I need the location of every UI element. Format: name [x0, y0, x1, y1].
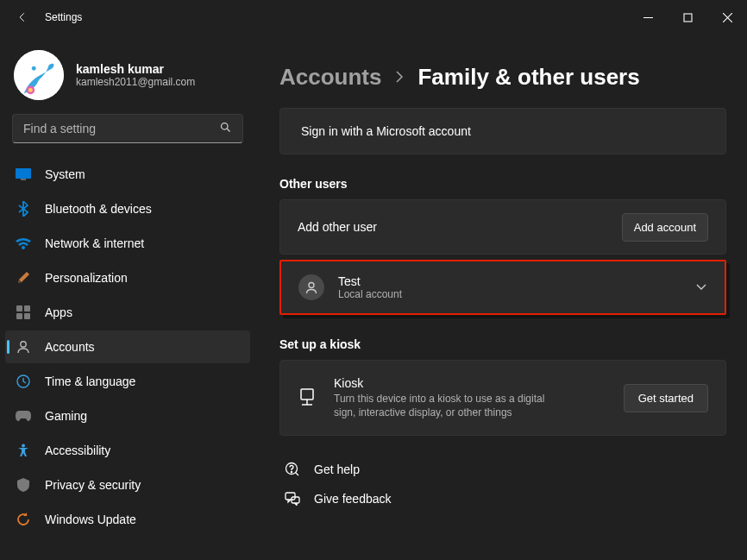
get-help-link[interactable]: Get help	[285, 462, 721, 477]
svg-point-4	[14, 50, 64, 100]
search-input[interactable]	[23, 122, 219, 135]
give-feedback-link[interactable]: Give feedback	[285, 491, 721, 507]
section-title-other-users: Other users	[279, 177, 726, 191]
profile-block[interactable]: kamlesh kumar kamlesh2011@gmail.com	[5, 43, 250, 114]
gaming-icon	[16, 408, 31, 424]
footer-links: Get help Give feedback	[279, 441, 726, 527]
time-icon	[16, 374, 31, 389]
back-button[interactable]	[16, 10, 29, 24]
svg-rect-21	[301, 389, 313, 400]
nav-list: System Bluetooth & devices Network & int…	[5, 154, 250, 540]
svg-rect-14	[24, 305, 30, 311]
nav-label: Personalization	[45, 271, 128, 285]
svg-point-12	[22, 246, 25, 249]
kiosk-card: Kiosk Turn this device into a kiosk to u…	[279, 360, 726, 436]
kiosk-title: Kiosk	[334, 376, 606, 390]
other-user-row-test[interactable]: Test Local account	[279, 260, 726, 315]
svg-rect-16	[24, 313, 30, 319]
breadcrumb-current: Family & other users	[417, 64, 639, 91]
feedback-icon	[285, 491, 300, 507]
nav-label: System	[45, 167, 85, 181]
update-icon	[16, 512, 31, 527]
avatar	[14, 50, 64, 100]
system-icon	[16, 167, 31, 182]
nav-label: Windows Update	[45, 513, 136, 526]
chevron-down-icon	[695, 280, 707, 294]
privacy-icon	[16, 477, 31, 493]
nav-item-privacy[interactable]: Privacy & security	[5, 469, 250, 501]
close-button[interactable]	[707, 3, 747, 31]
sidebar: kamlesh kumar kamlesh2011@gmail.com Syst…	[0, 35, 259, 560]
svg-point-19	[22, 444, 25, 448]
apps-icon	[16, 305, 31, 320]
nav-item-bluetooth[interactable]: Bluetooth & devices	[5, 192, 250, 225]
svg-point-7	[28, 88, 33, 92]
accounts-icon	[16, 339, 31, 355]
signin-card[interactable]: Sign in with a Microsoft account	[279, 108, 726, 154]
svg-rect-11	[21, 179, 26, 180]
svg-rect-13	[16, 305, 22, 311]
nav-label: Network & internet	[45, 236, 144, 250]
profile-email: kamlesh2011@gmail.com	[76, 76, 195, 88]
feedback-label: Give feedback	[314, 492, 392, 506]
nav-label: Time & language	[45, 374, 135, 388]
nav-label: Privacy & security	[45, 478, 141, 492]
nav-item-accounts[interactable]: Accounts	[5, 330, 250, 363]
kiosk-icon	[298, 388, 317, 407]
breadcrumb: Accounts Family & other users	[279, 64, 726, 91]
breadcrumb-parent[interactable]: Accounts	[279, 64, 381, 91]
add-other-user-card: Add other user Add account	[279, 199, 726, 255]
section-title-kiosk: Set up a kiosk	[279, 337, 726, 351]
help-label: Get help	[314, 462, 360, 476]
nav-label: Accounts	[45, 340, 95, 354]
svg-line-9	[227, 129, 229, 131]
nav-item-system[interactable]: System	[5, 158, 250, 191]
svg-rect-15	[16, 313, 22, 319]
user-row-name: Test	[338, 274, 402, 288]
chevron-right-icon	[395, 66, 404, 89]
window-title: Settings	[45, 11, 82, 23]
minimize-button[interactable]	[628, 3, 668, 31]
nav-label: Accessibility	[45, 444, 110, 457]
nav-item-accessibility[interactable]: Accessibility	[5, 434, 250, 467]
svg-point-20	[309, 283, 314, 288]
get-started-button[interactable]: Get started	[624, 384, 708, 412]
nav-item-gaming[interactable]: Gaming	[5, 400, 250, 432]
add-account-button[interactable]: Add account	[622, 213, 708, 242]
network-icon	[16, 236, 31, 251]
maximize-button[interactable]	[668, 3, 707, 31]
search-box[interactable]	[12, 114, 243, 143]
svg-rect-1	[684, 14, 692, 22]
svg-point-17	[21, 342, 26, 347]
accessibility-icon	[16, 443, 31, 458]
svg-rect-26	[286, 493, 295, 500]
nav-item-time[interactable]: Time & language	[5, 365, 250, 398]
add-other-user-label: Add other user	[298, 220, 377, 234]
svg-point-25	[291, 472, 292, 473]
kiosk-desc: Turn this device into a kiosk to use as …	[334, 392, 562, 419]
user-row-type: Local account	[338, 288, 402, 300]
nav-label: Gaming	[45, 409, 87, 423]
nav-item-personalization[interactable]: Personalization	[5, 261, 250, 294]
nav-item-network[interactable]: Network & internet	[5, 227, 250, 260]
profile-name: kamlesh kumar	[76, 62, 195, 76]
person-icon	[298, 274, 324, 300]
bluetooth-icon	[16, 201, 31, 217]
nav-item-update[interactable]: Windows Update	[5, 503, 250, 536]
svg-rect-10	[16, 168, 31, 179]
svg-point-5	[32, 66, 36, 71]
main-content: Accounts Family & other users Sign in wi…	[259, 35, 747, 560]
titlebar: Settings	[0, 0, 747, 35]
search-icon	[219, 121, 232, 136]
personalization-icon	[16, 270, 31, 286]
nav-label: Apps	[45, 305, 72, 319]
help-icon	[285, 462, 300, 477]
nav-item-apps[interactable]: Apps	[5, 296, 250, 329]
signin-label: Sign in with a Microsoft account	[301, 124, 471, 138]
svg-point-8	[222, 123, 229, 130]
nav-label: Bluetooth & devices	[45, 202, 152, 216]
